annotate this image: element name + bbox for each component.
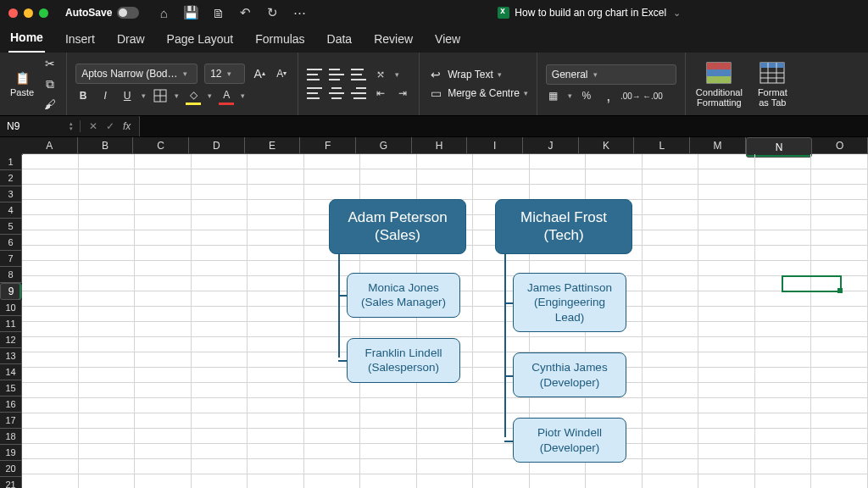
number-format-select[interactable]: General▾ [546, 64, 676, 85]
cell[interactable] [755, 307, 812, 322]
cell[interactable] [360, 474, 417, 488]
cell[interactable] [643, 368, 699, 383]
column-header-B[interactable]: B [78, 137, 134, 154]
increase-indent-icon[interactable]: ⇥ [395, 86, 410, 101]
cell[interactable] [135, 444, 192, 459]
cell[interactable] [698, 276, 755, 291]
cancel-formula-icon[interactable]: ✕ [89, 120, 97, 132]
cell[interactable] [698, 398, 755, 413]
cell[interactable] [643, 185, 699, 200]
cell[interactable] [643, 230, 699, 246]
row-header-15[interactable]: 15 [0, 380, 22, 396]
column-header-E[interactable]: E [245, 137, 301, 154]
tab-page-layout[interactable]: Page Layout [165, 27, 236, 53]
cell[interactable] [192, 398, 248, 413]
autosave-toggle[interactable]: AutoSave [65, 7, 139, 19]
column-header-J[interactable]: J [523, 137, 579, 154]
cell[interactable] [755, 459, 812, 474]
cell[interactable] [755, 429, 812, 444]
cell[interactable] [135, 337, 192, 352]
cell[interactable] [643, 154, 699, 169]
cell[interactable] [135, 368, 192, 383]
cell[interactable] [755, 261, 812, 276]
cell[interactable] [755, 337, 812, 352]
cell[interactable] [811, 413, 868, 429]
cell[interactable] [248, 154, 304, 169]
cell[interactable] [79, 291, 136, 307]
cell[interactable] [811, 459, 868, 474]
document-title[interactable]: How to build an org chart in Excel ⌄ [319, 7, 860, 19]
cell[interactable] [135, 185, 192, 200]
cell[interactable] [248, 261, 304, 276]
cell[interactable] [755, 169, 812, 185]
cell[interactable] [192, 368, 248, 383]
cell[interactable] [22, 322, 79, 337]
cell[interactable] [698, 246, 755, 261]
cell[interactable] [192, 413, 248, 429]
borders-button[interactable] [153, 88, 168, 103]
cell[interactable] [135, 383, 192, 398]
cell[interactable] [135, 459, 192, 474]
cell[interactable] [248, 185, 304, 200]
cell[interactable] [811, 307, 868, 322]
cell[interactable] [135, 429, 192, 444]
cell[interactable] [22, 429, 79, 444]
cell[interactable] [22, 444, 79, 459]
cell[interactable] [22, 230, 79, 246]
row-header-17[interactable]: 17 [0, 413, 22, 429]
cell[interactable] [755, 215, 812, 230]
cell[interactable] [248, 169, 304, 185]
cell[interactable] [417, 474, 474, 488]
cell[interactable] [79, 383, 136, 398]
cell[interactable] [755, 230, 812, 246]
cell[interactable] [811, 383, 868, 398]
more-icon[interactable]: ⋯ [292, 5, 307, 20]
fx-icon[interactable]: fx [123, 120, 131, 132]
comma-icon[interactable]: , [601, 88, 616, 103]
cell[interactable] [192, 261, 248, 276]
cell[interactable] [22, 459, 79, 474]
row-header-4[interactable]: 4 [0, 202, 22, 219]
cell[interactable] [248, 215, 304, 230]
row-header-13[interactable]: 13 [0, 348, 22, 364]
cell[interactable] [79, 444, 136, 459]
cell[interactable] [248, 276, 304, 291]
cell[interactable] [698, 429, 755, 444]
cell[interactable] [135, 307, 192, 322]
cell[interactable] [698, 474, 755, 488]
cell[interactable] [811, 276, 868, 291]
cell[interactable] [643, 276, 699, 291]
font-color-button[interactable]: A [219, 87, 234, 105]
cell[interactable] [755, 185, 812, 200]
cell[interactable] [22, 215, 79, 230]
copy-icon[interactable]: ⧉ [42, 76, 58, 92]
cell[interactable] [304, 185, 361, 200]
org-chart[interactable]: Adam Peterson (Sales) Monica Jones (Sale… [329, 199, 632, 463]
cell[interactable] [79, 398, 136, 413]
row-header-10[interactable]: 10 [0, 300, 22, 316]
decrease-indent-icon[interactable]: ⇤ [373, 86, 388, 101]
cell[interactable] [248, 200, 304, 215]
cell[interactable] [135, 291, 192, 307]
close-window-icon[interactable] [8, 8, 18, 18]
cell[interactable] [135, 276, 192, 291]
column-header-L[interactable]: L [634, 137, 690, 154]
cell[interactable] [360, 185, 417, 200]
cell[interactable] [755, 352, 812, 368]
redo-icon[interactable]: ↻ [264, 5, 280, 20]
cell[interactable] [811, 169, 868, 185]
increase-font-icon[interactable]: A▴ [252, 66, 267, 81]
name-box[interactable]: N9 ▴▾ [0, 120, 81, 132]
tab-home[interactable]: Home [8, 25, 45, 53]
cell[interactable] [417, 169, 474, 185]
cell[interactable] [698, 337, 755, 352]
toggle-switch-icon[interactable] [117, 7, 139, 19]
cell[interactable] [643, 383, 699, 398]
font-name-select[interactable]: Aptos Narrow (Bod…▾ [75, 64, 198, 84]
align-bottom-icon[interactable] [351, 69, 366, 80]
cell[interactable] [135, 200, 192, 215]
cell[interactable] [248, 230, 304, 246]
cell[interactable] [530, 154, 587, 169]
cell[interactable] [473, 474, 530, 488]
cell[interactable] [755, 200, 812, 215]
